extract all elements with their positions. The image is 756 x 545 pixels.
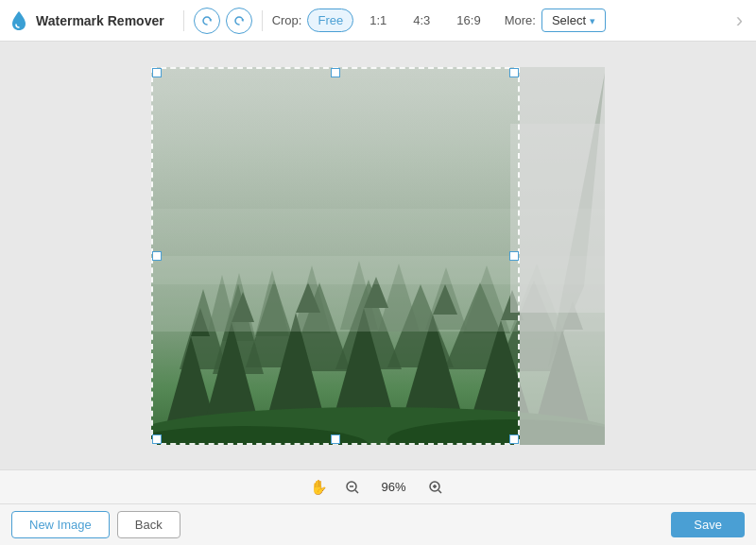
footer: New Image Back Save <box>0 503 756 545</box>
redo-icon <box>232 14 246 27</box>
svg-rect-39 <box>510 124 605 313</box>
next-button[interactable]: › <box>730 9 748 33</box>
save-button[interactable]: Save <box>671 512 745 537</box>
image-container <box>151 67 605 445</box>
drag-icon: ✋ <box>310 479 328 496</box>
crop-free-button[interactable]: Free <box>307 9 353 32</box>
redo-button[interactable] <box>226 8 252 34</box>
toolbar-divider-2 <box>262 10 263 31</box>
crop-16x9-button[interactable]: 16:9 <box>446 9 490 32</box>
zoom-in-icon <box>428 480 443 495</box>
zoom-bar: ✋ 96% <box>0 469 756 503</box>
back-button[interactable]: Back <box>117 511 180 538</box>
zoom-level: 96% <box>377 480 411 494</box>
chevron-down-icon <box>590 13 595 27</box>
svg-line-42 <box>355 490 358 493</box>
svg-line-46 <box>438 490 441 493</box>
app-title: Watermark Remover <box>36 13 164 28</box>
trees-svg <box>151 67 605 445</box>
select-dropdown[interactable]: Select <box>541 9 606 32</box>
select-label: Select <box>552 13 586 27</box>
toolbar: Watermark Remover Crop: Free 1:1 4:3 16:… <box>0 0 756 42</box>
undo-button[interactable] <box>194 8 220 34</box>
zoom-out-icon <box>345 480 360 495</box>
canvas-area <box>0 42 756 469</box>
zoom-in-button[interactable] <box>424 478 447 497</box>
crop-label: Crop: <box>272 13 302 27</box>
more-label: More: <box>505 13 536 27</box>
forest-background <box>151 67 605 445</box>
app-logo-icon <box>8 9 30 32</box>
undo-icon <box>200 14 214 27</box>
app-logo: Watermark Remover <box>8 9 164 32</box>
new-image-button[interactable]: New Image <box>11 511 110 538</box>
toolbar-divider <box>183 10 184 31</box>
crop-4x3-button[interactable]: 4:3 <box>403 9 440 32</box>
crop-1x1-button[interactable]: 1:1 <box>359 9 397 32</box>
forest-image <box>151 67 605 445</box>
zoom-out-button[interactable] <box>341 478 364 497</box>
